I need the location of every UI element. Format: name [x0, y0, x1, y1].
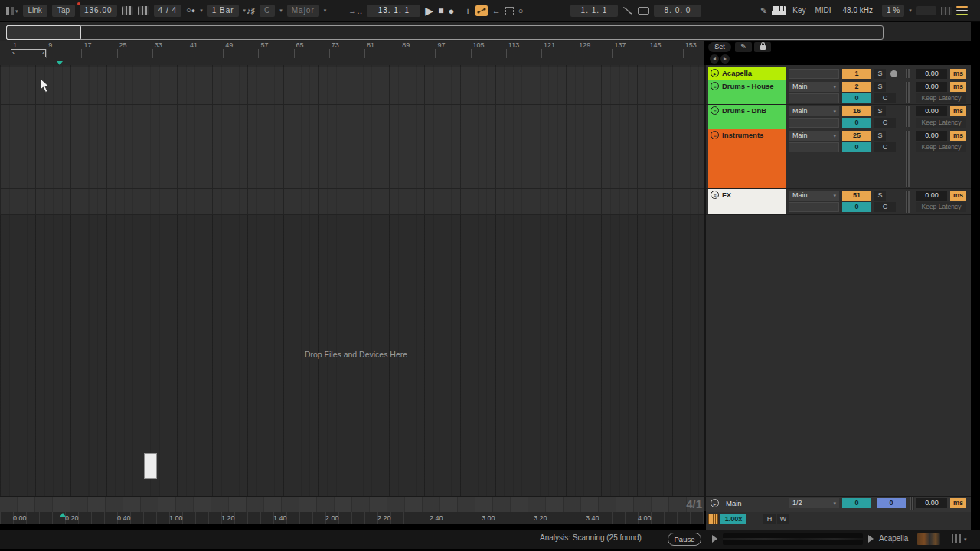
track-delay-value[interactable]: 0.00 — [916, 82, 947, 92]
group-fold-icon[interactable]: ≡ — [710, 82, 719, 90]
track-name-strip-2[interactable]: ≡Drums - DnB — [708, 105, 786, 129]
nudge-up-button[interactable] — [138, 6, 149, 15]
menu-icon[interactable]: ▾ — [6, 7, 18, 15]
crossfade-button[interactable]: C — [874, 142, 896, 152]
scale-name-selector[interactable]: Major — [287, 5, 319, 17]
track-output-selector[interactable]: Main▾ — [789, 131, 839, 141]
punch-position-display[interactable]: 1. 1. 1 — [570, 5, 618, 17]
metronome-caret-icon[interactable]: ▾ — [200, 8, 203, 14]
track-play-icon[interactable]: ▸ — [710, 69, 719, 77]
main-output-selector[interactable]: 1/2▾ — [789, 498, 839, 508]
automation-arm-button[interactable] — [475, 5, 488, 16]
overdub-button[interactable]: + — [465, 7, 471, 15]
track-output-selector[interactable]: Main▾ — [789, 191, 839, 201]
output-level-icon[interactable] — [952, 534, 962, 543]
solo-button[interactable]: S — [874, 131, 886, 141]
set-locator-button[interactable]: Set — [708, 42, 731, 52]
re-enable-automation-button[interactable]: ← — [492, 7, 501, 15]
delay-unit-badge[interactable]: ms — [950, 82, 966, 92]
main-delay-unit[interactable]: ms — [950, 498, 966, 508]
midi-map-button[interactable]: MIDI — [812, 5, 833, 17]
prev-locator-button[interactable]: ◂ — [710, 54, 719, 64]
track-number[interactable]: 1 — [842, 69, 871, 79]
solo-button[interactable]: S — [874, 69, 886, 79]
session-record-button[interactable]: ○ — [518, 7, 524, 15]
metronome-button[interactable]: ○● — [186, 6, 195, 15]
delay-unit-badge[interactable]: ms — [950, 69, 966, 79]
draw-pencil-button[interactable]: ✎ — [760, 7, 767, 15]
monitor-value[interactable]: 0 — [842, 142, 871, 152]
delay-unit-badge[interactable]: ms — [950, 191, 966, 201]
solo-button[interactable]: S — [874, 82, 886, 92]
browser-preview-play-icon[interactable] — [868, 535, 874, 543]
crossfade-button[interactable]: C — [874, 118, 896, 128]
loop-start-handle-icon[interactable]: › — [12, 51, 15, 57]
main-volume-slider[interactable]: 0 — [877, 498, 906, 508]
overview-viewport-box[interactable] — [6, 25, 81, 40]
delay-unit-badge[interactable]: ms — [950, 131, 966, 141]
track-delay-value[interactable]: 0.00 — [916, 69, 947, 79]
playback-speed-control[interactable]: 1.00x — [720, 514, 746, 524]
key-map-button[interactable]: Key — [790, 5, 808, 17]
quantize-menu[interactable]: 1 Bar — [207, 5, 239, 17]
group-fold-icon[interactable]: ≡ — [710, 191, 719, 199]
track-number[interactable]: 25 — [842, 131, 871, 141]
track-number[interactable]: 16 — [842, 106, 871, 116]
nudge-down-button[interactable] — [122, 6, 133, 15]
tap-tempo-button[interactable]: Tap — [52, 5, 75, 17]
notification-icon[interactable] — [956, 6, 968, 15]
record-arm-button[interactable] — [890, 70, 897, 77]
width-zoom-button[interactable]: W — [777, 514, 789, 524]
root-caret-icon[interactable]: ▾ — [279, 8, 283, 14]
fade-icon[interactable] — [622, 7, 633, 15]
track-number[interactable]: 2 — [842, 82, 871, 92]
height-zoom-button[interactable]: H — [763, 514, 776, 524]
track-output-selector[interactable]: Main▾ — [789, 82, 839, 92]
link-button[interactable]: Link — [23, 5, 47, 17]
track-name-strip-1[interactable]: ≡Drums - House — [708, 80, 786, 104]
loop-brace[interactable]: ›‹ — [11, 49, 46, 57]
monitor-value[interactable]: 0 — [842, 118, 871, 128]
cpu-caret-icon[interactable]: ▾ — [909, 8, 912, 14]
loop-button[interactable] — [638, 7, 649, 15]
preview-waveform[interactable] — [723, 533, 863, 545]
track-name-strip-4[interactable]: ≡FX — [708, 189, 786, 214]
computer-midi-keyboard-button[interactable] — [772, 6, 786, 15]
next-locator-button[interactable]: ▸ — [720, 54, 730, 64]
main-track-delay[interactable]: 0.00 — [916, 498, 947, 508]
loop-end-handle-icon[interactable]: ‹ — [42, 51, 44, 57]
marker-pencil-button[interactable]: ✎ — [735, 42, 752, 52]
track-name-strip-0[interactable]: ▸Acapella — [708, 67, 786, 80]
main-track-lane[interactable] — [0, 496, 704, 513]
beat-time-ruler[interactable] — [0, 41, 704, 65]
monitor-value[interactable]: 0 — [842, 202, 871, 212]
play-button[interactable]: ▶ — [425, 7, 433, 15]
crossfade-button[interactable]: C — [874, 202, 896, 212]
stop-button[interactable]: ■ — [438, 7, 443, 15]
arrangement-position-display[interactable]: 13. 1. 1 — [367, 5, 420, 17]
group-fold-icon[interactable]: ≡ — [710, 106, 719, 115]
quantize-caret-icon[interactable]: ▾ — [243, 8, 247, 14]
follow-button[interactable]: →‥ — [348, 7, 362, 15]
track-output-selector[interactable]: Main▾ — [789, 106, 839, 116]
solo-button[interactable]: S — [874, 191, 886, 201]
audio-engine-icon[interactable] — [708, 514, 718, 524]
marker-lock-button[interactable] — [754, 42, 771, 52]
track-delay-value[interactable]: 0.00 — [916, 106, 947, 116]
track-number[interactable]: 51 — [842, 191, 871, 201]
draw-mode-button[interactable] — [505, 7, 514, 15]
insert-marker-icon[interactable] — [57, 61, 63, 65]
group-fold-icon[interactable]: ≡ — [710, 131, 719, 139]
tempo-display[interactable]: 136.00 — [80, 5, 117, 17]
level-caret-icon[interactable]: ▾ — [964, 536, 967, 543]
scale-caret-icon[interactable]: ▾ — [324, 8, 327, 14]
delay-unit-badge[interactable]: ms — [950, 106, 966, 116]
track-delay-value[interactable]: 0.00 — [916, 191, 947, 201]
track-name-strip-3[interactable]: ≡Instruments — [708, 129, 786, 188]
record-button[interactable]: ● — [448, 7, 454, 15]
monitor-value[interactable]: 0 — [842, 93, 871, 103]
pause-analysis-button[interactable]: Pause — [668, 533, 701, 546]
preview-play-icon[interactable] — [712, 535, 717, 543]
main-pan-knob[interactable]: 0 — [842, 498, 871, 508]
loop-length-display[interactable]: 8. 0. 0 — [654, 5, 701, 17]
